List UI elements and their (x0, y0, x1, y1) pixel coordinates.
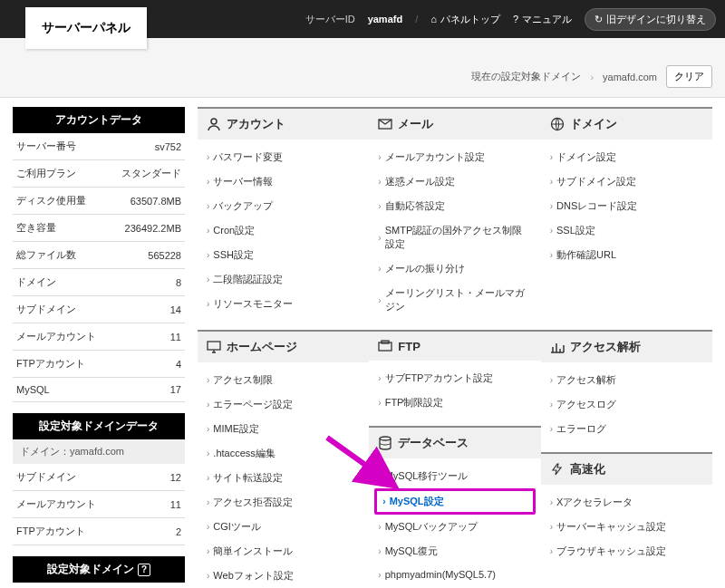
chevron-right-icon: › (378, 522, 381, 532)
menu-item[interactable]: ›MySQLバックアップ (369, 515, 540, 539)
menu-item[interactable]: ›phpmyadmin(MySQL5.7) (369, 564, 540, 585)
menu-item[interactable]: ›サイト転送設定 (198, 466, 369, 490)
section-speed: 高速化 ›Xアクセラレータ›サーバーキャッシュ設定›ブラウザキャッシュ設定 (541, 452, 712, 569)
menu-item[interactable]: ›アクセスログ (541, 392, 712, 417)
menu-item[interactable]: ›サブドメイン設定 (541, 169, 712, 194)
item-label: Cron設定 (213, 224, 255, 237)
menu-item[interactable]: ›エラーページ設定 (198, 392, 369, 417)
chevron-right-icon: › (550, 201, 553, 211)
table-row: ドメイン8 (13, 269, 185, 296)
top-bar: サーバーパネル サーバーID yamafd / ⌂ パネルトップ ? マニュアル… (0, 0, 725, 38)
menu-item[interactable]: ›Cron設定 (198, 218, 369, 243)
chevron-right-icon: › (207, 473, 209, 483)
menu-item[interactable]: ›MIME設定 (198, 417, 369, 441)
server-id-value: yamafd (368, 14, 403, 24)
table-row: ご利用プランスタンダード (13, 160, 185, 188)
menu-item[interactable]: ›メーリングリスト・メールマガジン (369, 281, 540, 319)
section-title: アクセス解析 (570, 339, 641, 355)
chevron-right-icon: › (207, 522, 209, 532)
menu-item[interactable]: ›メールアカウント設定 (369, 145, 540, 169)
menu-item[interactable]: ›MySQL移行ツール (369, 464, 540, 488)
item-label: 自動応答設定 (385, 199, 445, 213)
menu-item[interactable]: ›アクセス拒否設定 (198, 490, 369, 515)
help-icon[interactable]: ? (138, 564, 150, 576)
item-label: アクセス解析 (556, 373, 616, 387)
menu-item[interactable]: ›FTP制限設定 (369, 390, 540, 415)
menu-item[interactable]: ›MySQL設定 (374, 488, 535, 515)
menu-item[interactable]: ›Webフォント設定 (198, 564, 369, 588)
svg-point-6 (380, 437, 391, 440)
menu-item[interactable]: ›SSH設定 (198, 243, 369, 267)
menu-item[interactable]: ›アクセス制限 (198, 368, 369, 392)
item-label: サブドメイン設定 (556, 175, 636, 188)
domain-label: ドメイン： (20, 446, 70, 457)
menu-item[interactable]: ›アクセス解析 (541, 368, 712, 392)
menu-item[interactable]: ›バックアップ (198, 194, 369, 218)
menu-item[interactable]: ›簡単インストール (198, 539, 369, 564)
chevron-right-icon: › (550, 400, 553, 410)
row-value: 2 (155, 518, 185, 545)
menu-item[interactable]: ›ドメイン設定 (541, 145, 712, 169)
logo: サーバーパネル (25, 7, 147, 49)
menu-item[interactable]: ›パスワード変更 (198, 145, 369, 169)
menu-item[interactable]: ›DNSレコード設定 (541, 194, 712, 218)
chevron-right-icon: › (207, 275, 209, 284)
menu-item[interactable]: ›動作確認URL (541, 243, 712, 267)
clear-button[interactable]: クリア (666, 65, 712, 88)
menu-item[interactable]: ›CGIツール (198, 515, 369, 539)
chevron-right-icon: › (378, 570, 381, 580)
menu-item[interactable]: ›エラーログ (541, 417, 712, 441)
row-key: メールアカウント (13, 323, 110, 351)
section-account: アカウント ›パスワード変更›サーバー情報›バックアップ›Cron設定›SSH設… (198, 107, 369, 324)
menu-item[interactable]: ›SSL設定 (541, 218, 712, 243)
menu-item[interactable]: ›メールの振り分け (369, 256, 540, 281)
row-key: サブドメイン (13, 464, 155, 491)
chevron-right-icon: › (378, 264, 381, 274)
menu-item[interactable]: ›リソースモニター (198, 292, 369, 316)
menu-item[interactable]: ›Xアクセラレータ (541, 490, 712, 515)
menu-item[interactable]: ›サブFTPアカウント設定 (369, 366, 540, 390)
chevron-right-icon: › (550, 226, 553, 236)
manual-link[interactable]: ? マニュアル (513, 13, 572, 26)
menu-item[interactable]: ›.htaccess編集 (198, 441, 369, 466)
user-icon (207, 117, 221, 131)
chevron-right-icon: › (550, 177, 553, 187)
menu-item[interactable]: ›サーバーキャッシュ設定 (541, 515, 712, 539)
content: アカウント ›パスワード変更›サーバー情報›バックアップ›Cron設定›SSH設… (198, 107, 712, 588)
menu-item[interactable]: ›SMTP認証の国外アクセス制限設定 (369, 218, 540, 256)
menu-item[interactable]: ›二段階認証設定 (198, 267, 369, 292)
chevron-right-icon: › (550, 152, 553, 162)
menu-item[interactable]: ›自動応答設定 (369, 194, 540, 218)
row-value: 8 (110, 269, 185, 296)
table-row: サブドメイン12 (13, 464, 185, 491)
account-data-header: アカウントデータ (13, 107, 185, 133)
chevron-right-icon: › (207, 400, 209, 410)
globe-icon (550, 117, 565, 131)
item-label: エラーページ設定 (213, 398, 293, 411)
chevron-right-icon: › (207, 424, 209, 434)
menu-item[interactable]: ›迷惑メール設定 (369, 169, 540, 194)
table-row: ディスク使用量63507.8MB (13, 188, 185, 215)
menu-item[interactable]: ›サーバー情報 (198, 169, 369, 194)
chevron-right-icon: › (382, 496, 385, 506)
item-label: 動作確認URL (556, 248, 616, 262)
chevron-right-icon: › (207, 448, 209, 458)
section-title: アカウント (227, 116, 285, 132)
section-homepage: ホームページ ›アクセス制限›エラーページ設定›MIME設定›.htaccess… (198, 330, 369, 588)
svg-rect-3 (208, 342, 220, 350)
menu-item[interactable]: ›MySQL復元 (369, 539, 540, 564)
menu-item[interactable]: ›ブラウザキャッシュ設定 (541, 539, 712, 564)
section-analytics: アクセス解析 ›アクセス解析›アクセスログ›エラーログ (541, 330, 712, 447)
switch-design-label: 旧デザインに切り替え (606, 13, 706, 26)
table-row: FTPアカウント2 (13, 518, 185, 545)
item-label: エラーログ (556, 422, 606, 436)
row-value: 4 (110, 351, 185, 378)
chevron-right-icon: › (378, 177, 381, 187)
row-value: 12 (155, 464, 185, 491)
row-key: 空き容量 (13, 215, 110, 242)
item-label: DNSレコード設定 (556, 199, 637, 213)
chevron-right-icon: › (550, 497, 553, 507)
item-label: 二段階認証設定 (213, 273, 283, 286)
switch-design-button[interactable]: ↻ 旧デザインに切り替え (585, 8, 716, 31)
panel-top-link[interactable]: ⌂ パネルトップ (430, 13, 500, 26)
